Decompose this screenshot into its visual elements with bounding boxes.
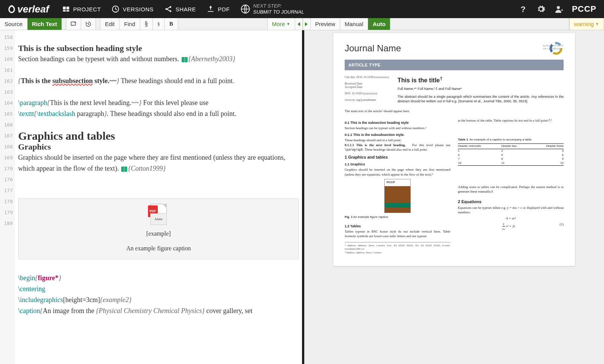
- history-button[interactable]: [81, 18, 96, 30]
- pdf-button[interactable]: PDF: [201, 0, 235, 18]
- richtext-tab[interactable]: Rich Text: [28, 18, 62, 30]
- find-menu[interactable]: Find: [120, 18, 140, 30]
- edit-menu[interactable]: Edit: [100, 18, 120, 30]
- split-pane: 1581591601611621631641651661671681691701…: [0, 30, 604, 364]
- top-bar: verleaf PROJECT VERSIONS SHARE PDF NEXT …: [0, 0, 604, 18]
- rsc-logo: ROYAL SOCIETYOF CHEMISTRY: [533, 41, 564, 56]
- manual-compile-button[interactable]: Manual: [340, 18, 368, 30]
- overleaf-logo[interactable]: verleaf: [7, 3, 49, 15]
- share-button[interactable]: SHARE: [159, 0, 201, 18]
- section-heading: Graphics and tables: [18, 130, 299, 141]
- account-button[interactable]: [550, 0, 568, 18]
- line-gutter: 1581591601611621631641651661671681691701…: [0, 30, 15, 364]
- svg-point-6: [557, 6, 560, 9]
- bold-button[interactable]: B: [165, 18, 178, 30]
- subsection-button[interactable]: §: [153, 18, 165, 30]
- editor-toolbar: Source Rich Text + Edit Find § § B More …: [0, 18, 604, 30]
- pdf-page: Journal Name ROYAL SOCIETYOF CHEMISTRY A…: [333, 33, 575, 266]
- pdf-file-icon: PDFAdobe: [148, 204, 169, 225]
- more-menu[interactable]: More ▼: [268, 18, 295, 30]
- project-button[interactable]: PROJECT: [57, 0, 106, 18]
- warning-button[interactable]: warning ▼: [569, 18, 604, 30]
- journal-name: Journal Name: [345, 43, 401, 54]
- source-tab[interactable]: Source: [0, 18, 28, 30]
- svg-text:?: ?: [521, 5, 525, 14]
- preview-table: Header one/unitsHeader twoHeader three 1…: [458, 143, 564, 166]
- cite-icon[interactable]: [182, 57, 188, 62]
- settings-button[interactable]: [532, 0, 550, 18]
- help-button[interactable]: ?: [514, 0, 532, 18]
- article-type-bar: ARTICLE TYPE: [345, 60, 564, 70]
- figure-preview-box[interactable]: PDFAdobe [example] An example figure cap…: [18, 198, 299, 259]
- pccp-cover-thumb: [384, 179, 411, 213]
- journal-brand: PCCP: [572, 4, 596, 14]
- editor-pane: 1581591601611621631641651661671681691701…: [0, 30, 302, 364]
- section-button[interactable]: §: [140, 18, 153, 30]
- preview-pane[interactable]: Journal Name ROYAL SOCIETYOF CHEMISTRY A…: [304, 30, 604, 364]
- editor-content[interactable]: This is the subsection heading style Sec…: [15, 30, 302, 364]
- subsection-heading: This is the subsection heading style: [18, 43, 299, 54]
- collapse-right-icon[interactable]: [303, 18, 310, 30]
- preview-label: Preview: [310, 18, 340, 30]
- comment-button[interactable]: +: [66, 18, 81, 30]
- auto-compile-button[interactable]: Auto: [368, 18, 390, 30]
- versions-button[interactable]: VERSIONS: [106, 0, 159, 18]
- collapse-left-icon[interactable]: [295, 18, 303, 30]
- next-step-button[interactable]: NEXT STEP: SUBMIT TO JOURNAL: [235, 3, 310, 15]
- cite-icon[interactable]: [121, 167, 127, 172]
- svg-text:+: +: [74, 21, 76, 24]
